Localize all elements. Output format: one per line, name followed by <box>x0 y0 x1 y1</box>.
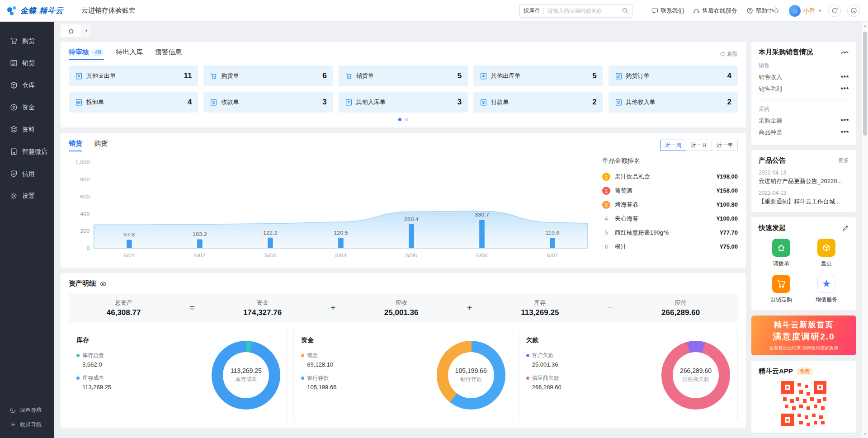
ranking-row[interactable]: 6橙汁¥75.00 <box>602 240 738 254</box>
tab-home[interactable] <box>61 24 81 37</box>
ranking-row[interactable]: 5西红柿意粉酱190g*6¥77.70 <box>602 226 738 240</box>
scrollbar-thumb[interactable] <box>863 32 867 136</box>
user-menu[interactable]: ☺ 小乔 ▼ <box>789 5 822 17</box>
tab-purchase[interactable]: 购货 <box>94 139 108 151</box>
todo-tile-other-income[interactable]: 其他收入单2 <box>609 92 738 113</box>
divider <box>759 99 849 100</box>
summary-row: 销售收入*** <box>759 71 849 83</box>
sidebar-item-settings[interactable]: 设置 <box>0 185 54 207</box>
range-month-button[interactable]: 近一月 <box>686 140 712 151</box>
more-link[interactable]: 更多 <box>838 157 849 165</box>
silver-medal-icon: 2 <box>602 187 610 195</box>
question-circle-icon <box>746 7 753 14</box>
range-week-button[interactable]: 近一周 <box>660 140 686 151</box>
quick-buy-on-sales[interactable]: 以销定购 <box>759 275 804 304</box>
survey-banner[interactable]: 精斗云新版首页 满意度调研2.0 全新首页已到来 期待收到您的反馈 <box>751 316 856 355</box>
tab-pending-inout[interactable]: 待出入库 <box>116 48 143 60</box>
search-input[interactable] <box>547 8 622 14</box>
tile-label: 其他出库单 <box>491 72 520 80</box>
quick-value-added-service[interactable]: ★ 增值服务 <box>804 275 849 304</box>
after-sales-service-label: 售后在线服务 <box>702 7 737 15</box>
tile-count: 3 <box>458 98 462 107</box>
inbound-icon <box>345 99 353 106</box>
brand-logo[interactable]: 金蝶 精斗云 <box>6 5 75 16</box>
service-robot-button[interactable] <box>847 5 860 17</box>
svg-text:5/05: 5/05 <box>406 253 417 259</box>
todo-tile-receipt[interactable]: 收款单3 <box>203 92 333 113</box>
sidebar-item-credit[interactable]: 信用 <box>0 163 54 185</box>
ranking-row[interactable]: 1果汁饮品礼盒¥198.00 <box>602 170 738 184</box>
tile-label: 其他收入单 <box>626 98 656 106</box>
search-category-selector[interactable]: 搜库存 <box>524 7 540 14</box>
collapse-nav-button[interactable]: 收起导航 <box>0 417 54 432</box>
search-box[interactable]: 搜库存 <box>519 4 632 18</box>
todo-tile-sales-order[interactable]: 销货单5 <box>339 66 468 86</box>
contact-us-link[interactable]: 联系我们 <box>651 7 684 15</box>
todo-tile-payment[interactable]: 付款单2 <box>473 92 603 113</box>
svg-text:0: 0 <box>86 245 90 251</box>
todo-tile-other-expense[interactable]: 其他支出单11 <box>69 66 198 86</box>
scroll-down-arrow[interactable]: ▼ <box>862 433 868 436</box>
todo-tile-other-outbound[interactable]: 其他出库单5 <box>473 66 603 86</box>
gold-medal-icon: 1 <box>602 173 610 181</box>
svg-text:5/06: 5/06 <box>476 253 488 259</box>
todo-tile-purchase-order[interactable]: 购货单6 <box>203 66 333 86</box>
todo-tile-purchase-po[interactable]: 购货订单4 <box>609 66 738 86</box>
sidebar-item-purchase[interactable]: 购货 <box>0 30 54 52</box>
quick-stocktake[interactable]: 盘点 <box>804 239 849 268</box>
pencil-icon[interactable] <box>842 225 849 231</box>
tab-label: 预警信息 <box>155 48 182 56</box>
inventory-total: 库存113,269.25 <box>521 299 559 317</box>
ranking-row[interactable]: 2葡萄酒¥158.00 <box>602 184 738 198</box>
tab-dropdown-caret[interactable]: ▼ <box>82 24 90 37</box>
after-sales-service-link[interactable]: 售后在线服务 <box>693 7 737 15</box>
tab-warning-info[interactable]: 预警信息 <box>155 48 182 60</box>
svg-text:600: 600 <box>80 194 90 200</box>
sidebar-item-warehouse[interactable]: 仓库 <box>0 74 54 96</box>
sidebar-item-sales[interactable]: 销货 <box>0 52 54 74</box>
sidebar-item-label: 资金 <box>22 104 35 112</box>
receipt-money-icon <box>210 99 217 106</box>
page-dot-1[interactable] <box>398 118 401 121</box>
page-scrollbar[interactable]: ▲ ▼ <box>862 22 868 438</box>
eye-icon[interactable] <box>99 280 107 287</box>
announcement-item[interactable]: 2022-04-13 云进销存产品更新公告_20220... <box>759 170 849 185</box>
tile-label: 购货单 <box>221 72 239 80</box>
history-button[interactable] <box>828 5 841 17</box>
quick-transfer-order[interactable]: 调拨单 <box>759 239 804 268</box>
sidebar-item-data[interactable]: 资料 <box>0 118 54 141</box>
product-amount: ¥158.00 <box>717 187 738 194</box>
rank-number: 5 <box>602 229 610 236</box>
gear-icon <box>10 192 18 200</box>
ranking-row[interactable]: 3烤海苔卷¥100.80 <box>602 198 738 212</box>
dark-nav-toggle[interactable]: 深色导航 <box>0 403 54 417</box>
search-icon[interactable] <box>622 7 628 14</box>
help-center-label: 帮助中心 <box>755 7 779 15</box>
operator-equals: = <box>189 303 195 313</box>
sales-trend-chart-svg: 02004006008001,00097.85/01103.25/02122.2… <box>69 155 594 260</box>
sidebar-item-funds[interactable]: 资金 <box>0 96 54 118</box>
banner-line2: 满意度调研2.0 <box>773 331 835 343</box>
range-year-button[interactable]: 近一年 <box>712 140 738 151</box>
tab-pending-approval[interactable]: 待审核49 <box>69 48 104 60</box>
svg-text:122.2: 122.2 <box>263 230 278 236</box>
headset-icon <box>693 7 700 14</box>
cart-icon <box>772 275 790 293</box>
legend-dot <box>526 354 529 357</box>
coin-icon <box>10 104 18 111</box>
help-center-link[interactable]: 帮助中心 <box>746 7 779 15</box>
ranking-row[interactable]: 4夹心海苔¥100.00 <box>602 212 738 226</box>
legend-dot <box>301 354 304 357</box>
sidebar-item-smart-store[interactable]: 智慧微店 <box>0 141 54 163</box>
scroll-up-arrow[interactable]: ▲ <box>862 24 868 27</box>
announcement-text: 云进销存产品更新公告_20220... <box>759 177 849 185</box>
page-dot-2[interactable] <box>405 118 408 121</box>
receivables-total: 应收25,001.36 <box>384 299 419 317</box>
inventory-panel: 库存 库存总量3,562.0 库存成本113,269.25 113,269.25… <box>69 329 288 421</box>
refresh-button[interactable]: 刷新 <box>720 50 738 58</box>
todo-tile-disassembly[interactable]: 拆卸单4 <box>69 92 198 113</box>
todo-tile-other-inbound[interactable]: 其他入库单3 <box>339 92 468 113</box>
tab-sales[interactable]: 销货 <box>69 139 82 151</box>
tile-count: 5 <box>458 71 462 80</box>
announcement-item[interactable]: 2022-04-13 【重要通知】精斗云工作台城... <box>759 190 849 206</box>
